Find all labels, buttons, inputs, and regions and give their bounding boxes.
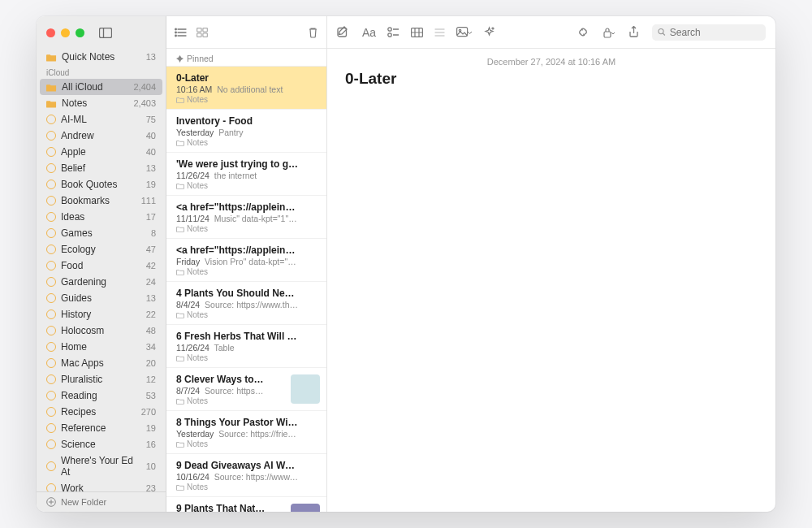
sidebar-item-quicknotes[interactable]: Quick Notes 13 bbox=[37, 49, 166, 65]
sidebar-item-count: 2,404 bbox=[133, 82, 156, 92]
sidebar-item[interactable]: Ideas17 bbox=[37, 209, 166, 225]
sidebar-scroll[interactable]: Quick Notes 13 iCloud All iCloud2,404Not… bbox=[37, 49, 166, 491]
sidebar-item[interactable]: Recipes270 bbox=[37, 404, 166, 420]
note-item-folder: Notes bbox=[176, 353, 317, 362]
sidebar-item-label: Guides bbox=[61, 292, 92, 304]
sidebar-item[interactable]: Games8 bbox=[37, 225, 166, 241]
tag-icon bbox=[46, 358, 56, 368]
sidebar-item[interactable]: Work23 bbox=[37, 480, 166, 491]
sidebar-item[interactable]: Belief13 bbox=[37, 160, 166, 176]
alignment-icon[interactable] bbox=[434, 28, 445, 37]
checklist-icon[interactable] bbox=[387, 27, 400, 37]
search-field[interactable] bbox=[652, 24, 766, 41]
compose-icon[interactable] bbox=[337, 26, 349, 38]
lock-icon[interactable] bbox=[603, 27, 615, 38]
svg-line-32 bbox=[663, 33, 664, 35]
svg-rect-11 bbox=[197, 28, 202, 32]
note-title[interactable]: 0-Later bbox=[345, 70, 758, 88]
sidebar-item[interactable]: Pluralistic12 bbox=[37, 371, 166, 387]
toggle-sidebar-icon[interactable] bbox=[99, 28, 112, 38]
svg-rect-14 bbox=[203, 32, 208, 37]
link-icon[interactable] bbox=[577, 27, 590, 37]
sidebar: Quick Notes 13 iCloud All iCloud2,404Not… bbox=[37, 16, 166, 512]
sidebar-item[interactable]: Ecology47 bbox=[37, 241, 166, 258]
sidebar-item[interactable]: Science16 bbox=[37, 436, 166, 452]
sidebar-item[interactable]: Andrew40 bbox=[37, 128, 166, 144]
zoom-window-button[interactable] bbox=[76, 28, 84, 37]
sidebar-item-label: Holocosm bbox=[61, 325, 104, 336]
media-icon[interactable] bbox=[456, 27, 472, 37]
sidebar-item[interactable]: Bookmarks111 bbox=[37, 193, 166, 209]
tag-icon bbox=[46, 196, 56, 206]
note-list-item[interactable]: <a href="https://appleinsider…Friday Vis… bbox=[166, 239, 326, 282]
gallery-view-icon[interactable] bbox=[197, 28, 208, 37]
traffic-lights bbox=[46, 28, 84, 37]
svg-rect-12 bbox=[203, 28, 208, 32]
sidebar-item-label: All iCloud bbox=[62, 81, 103, 93]
share-icon[interactable] bbox=[628, 26, 639, 38]
editor-toolbar: Aa bbox=[327, 16, 775, 49]
note-list-item[interactable]: 'We were just trying to get it t…11/26/2… bbox=[166, 153, 326, 196]
sidebar-item-count: 40 bbox=[146, 147, 156, 157]
note-list-item[interactable]: Inventory - FoodYesterday PantryNotes bbox=[166, 110, 326, 153]
sidebar-item[interactable]: Home34 bbox=[37, 339, 166, 355]
sidebar-item[interactable]: Reference19 bbox=[37, 420, 166, 436]
sidebar-item[interactable]: Notes2,403 bbox=[37, 95, 166, 111]
sidebar-item-label: Quick Notes bbox=[62, 51, 114, 63]
sidebar-item-label: Reference bbox=[61, 422, 106, 434]
sidebar-item-count: 20 bbox=[146, 358, 156, 368]
search-input[interactable] bbox=[670, 27, 760, 38]
sidebar-item[interactable]: Food42 bbox=[37, 258, 166, 274]
folder-icon bbox=[176, 398, 184, 405]
sidebar-item[interactable]: Mac Apps20 bbox=[37, 355, 166, 371]
note-list-item[interactable]: 9 Dead Giveaways AI Wrote a…10/16/24 Sou… bbox=[166, 454, 326, 497]
sidebar-item[interactable]: Holocosm48 bbox=[37, 322, 166, 339]
sparkle-icon[interactable] bbox=[483, 26, 495, 38]
sidebar-item-count: 19 bbox=[146, 180, 156, 189]
sidebar-item-count: 13 bbox=[146, 293, 156, 303]
new-folder-button[interactable]: New Folder bbox=[37, 491, 166, 512]
plus-circle-icon bbox=[46, 497, 56, 507]
text-style-icon[interactable]: Aa bbox=[362, 26, 376, 39]
minimize-window-button[interactable] bbox=[61, 28, 70, 37]
trash-icon[interactable] bbox=[308, 27, 318, 38]
table-icon[interactable] bbox=[411, 28, 423, 37]
editor-body[interactable]: December 27, 2024 at 10:16 AM 0-Later bbox=[327, 49, 775, 512]
sidebar-item-label: Gardening bbox=[61, 276, 106, 288]
sidebar-item[interactable]: Book Quotes19 bbox=[37, 176, 166, 193]
list-view-icon[interactable] bbox=[175, 28, 187, 37]
note-item-meta: Yesterday Source: https://friendlyat bbox=[176, 429, 298, 439]
sidebar-item[interactable]: Reading53 bbox=[37, 387, 166, 404]
tag-icon bbox=[46, 423, 56, 433]
close-window-button[interactable] bbox=[46, 28, 55, 37]
note-list-item[interactable]: 0-Later10:16 AM No additional textNotes bbox=[166, 67, 326, 110]
sidebar-item[interactable]: Apple40 bbox=[37, 144, 166, 160]
note-item-folder: Notes bbox=[176, 95, 317, 104]
note-list-item[interactable]: 9 Plants That Natur…8/4/24 Source: https… bbox=[166, 497, 326, 512]
svg-point-29 bbox=[492, 28, 494, 29]
note-list-item[interactable]: 6 Fresh Herbs That Will Bring…11/26/24 T… bbox=[166, 325, 326, 368]
sidebar-item-label: Ideas bbox=[61, 211, 84, 223]
note-list-item[interactable]: 8 Things Your Pastor Will Nev…Yesterday … bbox=[166, 411, 326, 454]
tag-icon bbox=[46, 163, 56, 173]
sidebar-item-count: 24 bbox=[146, 277, 156, 287]
sidebar-item[interactable]: Gardening24 bbox=[37, 274, 166, 290]
note-item-meta: 11/26/24 Table bbox=[176, 343, 298, 353]
notes-list-scroll[interactable]: 0-Later10:16 AM No additional textNotesI… bbox=[166, 67, 326, 512]
note-item-folder: Notes bbox=[176, 224, 317, 233]
sidebar-item-count: 23 bbox=[146, 483, 156, 491]
list-toolbar bbox=[166, 16, 326, 49]
note-list-item[interactable]: 8 Clever Ways to Us…8/7/24 Source: https… bbox=[166, 368, 326, 411]
sidebar-item[interactable]: Where's Your Ed At10 bbox=[37, 452, 166, 480]
tag-icon bbox=[46, 115, 56, 124]
note-list-item[interactable]: <a href="https://appleinsider…11/11/24 M… bbox=[166, 196, 326, 239]
svg-rect-0 bbox=[100, 28, 112, 37]
sidebar-item[interactable]: AI-ML75 bbox=[37, 111, 166, 128]
sidebar-item[interactable]: Guides13 bbox=[37, 290, 166, 306]
note-list-item[interactable]: 4 Plants You Should Never Ev…8/4/24 Sour… bbox=[166, 282, 326, 325]
tag-icon bbox=[46, 439, 56, 449]
note-item-meta: 8/4/24 Source: https://www.thespru bbox=[176, 300, 298, 309]
sidebar-item[interactable]: All iCloud2,404 bbox=[40, 79, 162, 95]
sidebar-item[interactable]: History22 bbox=[37, 306, 166, 322]
sidebar-item-label: Work bbox=[61, 483, 84, 491]
